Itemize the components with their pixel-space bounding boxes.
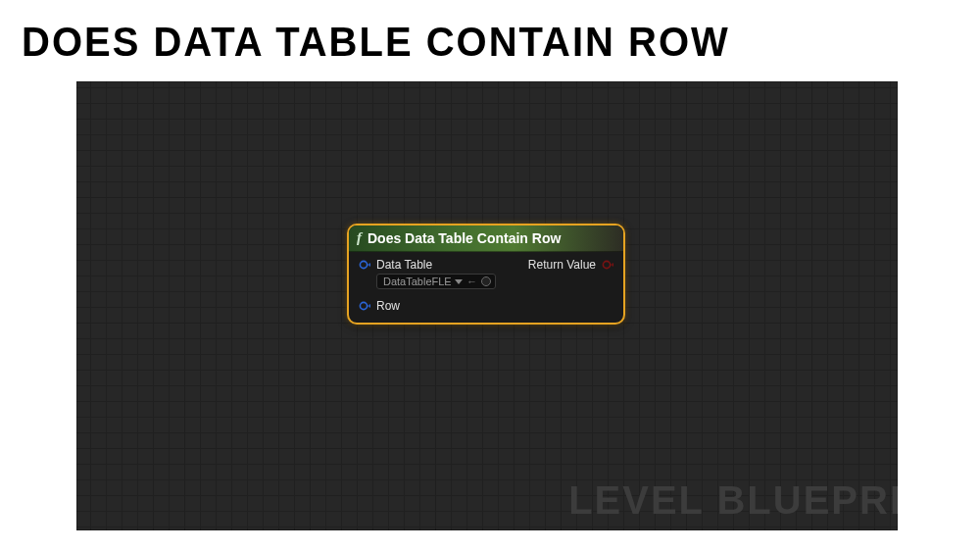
browse-asset-icon[interactable] [481, 276, 491, 286]
input-pin-label: Row [376, 299, 400, 313]
asset-picker-value: DataTableFLExam [383, 276, 451, 287]
pin-socket-icon [602, 259, 613, 271]
node-title: Does Data Table Contain Row [368, 230, 561, 246]
node-body: Data Table DataTableFLExam ← [349, 252, 623, 323]
input-pin-data-table[interactable]: Data Table [359, 258, 496, 272]
use-selected-arrow-icon[interactable]: ← [466, 276, 477, 287]
input-pin-row[interactable]: Row [359, 299, 496, 313]
node-header[interactable]: f Does Data Table Contain Row [349, 226, 623, 252]
pin-socket-icon [359, 300, 370, 312]
output-pin-return-value[interactable]: Return Value [528, 258, 613, 272]
pin-socket-icon [359, 259, 370, 271]
chevron-down-icon [455, 279, 463, 284]
blueprint-graph-canvas[interactable]: LEVEL BLUEPRI f Does Data Table Contain … [76, 81, 898, 530]
data-table-asset-picker[interactable]: DataTableFLExam ← [376, 274, 496, 289]
graph-type-watermark: LEVEL BLUEPRI [568, 478, 898, 523]
page-title: DOES DATA TABLE CONTAIN ROW [22, 18, 730, 66]
function-icon: f [357, 229, 362, 246]
output-pin-label: Return Value [528, 258, 596, 272]
svg-point-1 [360, 302, 367, 309]
svg-point-0 [360, 261, 367, 268]
input-pin-label: Data Table [376, 258, 432, 272]
node-does-data-table-contain-row[interactable]: f Does Data Table Contain Row [347, 224, 625, 325]
svg-point-2 [603, 261, 610, 268]
